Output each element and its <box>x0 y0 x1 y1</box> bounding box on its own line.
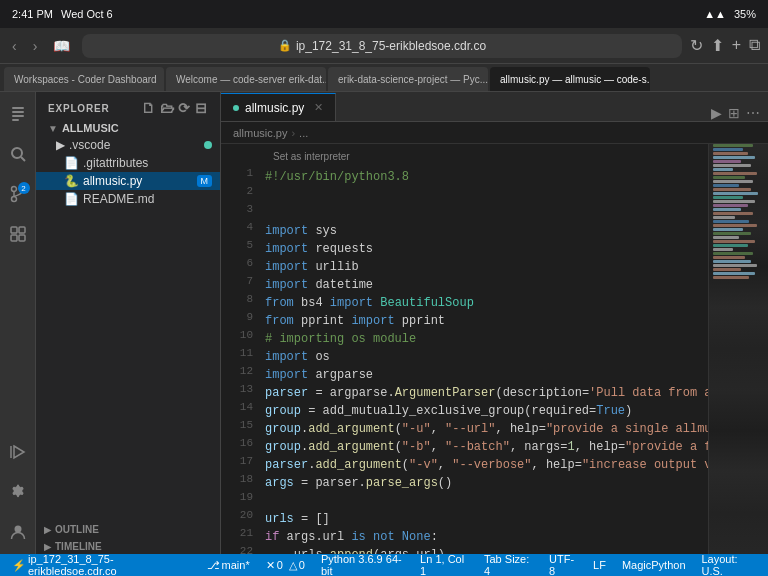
code-line-22: urls.append(args.url) <box>265 546 708 554</box>
top-bar-right: ▲▲ 35% <box>704 8 756 20</box>
code-line-7: import datetime <box>265 276 708 294</box>
encoding-label: UTF-8 <box>549 553 577 576</box>
browser-tab-1[interactable]: Workspaces - Coder Dashboard ✕ <box>4 67 164 91</box>
svg-rect-9 <box>11 227 17 233</box>
battery-display: 35% <box>734 8 756 20</box>
sidebar-header: EXPLORER 🗋 🗁 ⟳ ⊟ <box>36 92 220 120</box>
browser-tab-2[interactable]: Welcome — code-server erik-dat... ✕ <box>166 67 326 91</box>
editor-content[interactable]: . 12345 678910 1112131415 1617181920 212… <box>221 144 768 554</box>
forward-button[interactable]: › <box>29 36 42 56</box>
tree-folder-allmusic[interactable]: ▼ ALLMUSIC <box>36 120 220 136</box>
status-right: Python 3.6.9 64-bit Ln 1, Col 1 Tab Size… <box>317 553 760 576</box>
editor-tabs: allmusic.py ✕ ▶ ⊞ ⋯ <box>221 92 768 122</box>
tree-item-allmusic[interactable]: 🐍 allmusic.py M <box>36 172 220 190</box>
extra-label: MagicPython <box>622 559 686 571</box>
minimap-lines <box>713 144 765 280</box>
activity-bottom <box>4 438 32 546</box>
browser-tab-3[interactable]: erik-data-science-project — Pyc... ✕ <box>328 67 488 91</box>
reader-button[interactable]: 📖 <box>49 36 74 56</box>
share-button[interactable]: ⬆ <box>711 36 724 55</box>
new-tab-button[interactable]: + <box>732 36 741 55</box>
new-file-icon[interactable]: 🗋 <box>141 100 156 116</box>
svg-point-8 <box>11 197 16 202</box>
svg-rect-2 <box>12 115 24 117</box>
activity-run[interactable] <box>4 438 32 466</box>
timeline-label: TIMELINE <box>55 541 102 552</box>
git-icon: ⎇ <box>207 559 220 572</box>
wifi-icon: ▲▲ <box>704 8 726 20</box>
status-layout[interactable]: Layout: U.S. <box>698 553 761 576</box>
tab-dot <box>233 105 239 111</box>
svg-point-4 <box>12 148 22 158</box>
run-button[interactable]: ▶ <box>711 105 722 121</box>
activity-source-control[interactable]: 2 <box>4 180 32 208</box>
tree-item-readme[interactable]: 📄 README.md <box>36 190 220 208</box>
git-branch: main* <box>222 559 250 571</box>
back-button[interactable]: ‹ <box>8 36 21 56</box>
lock-icon: 🔒 <box>278 39 292 52</box>
code-line-10: # importing os module <box>265 330 708 348</box>
line-ending-label: LF <box>593 559 606 571</box>
outline-section[interactable]: ▶ OUTLINE <box>36 520 220 537</box>
item-label: .gitattributes <box>83 156 148 170</box>
status-errors[interactable]: ✕ 0 △ 0 <box>262 559 309 572</box>
svg-point-16 <box>14 526 21 533</box>
more-actions-button[interactable]: ⋯ <box>746 105 760 121</box>
code-line-1: #!/usr/bin/python3.8 <box>265 168 708 186</box>
outline-label: OUTLINE <box>55 524 99 535</box>
status-server[interactable]: ⚡ ip_172_31_8_75-erikbledsoe.cdr.co <box>8 553 195 576</box>
status-cursor[interactable]: Ln 1, Col 1 <box>416 553 472 576</box>
status-encoding[interactable]: UTF-8 <box>545 553 581 576</box>
browser-bar: ‹ › 📖 🔒 ip_172_31_8_75-erikbledsoe.cdr.c… <box>0 28 768 64</box>
collapse-icon[interactable]: ⊟ <box>195 100 208 116</box>
address-bar[interactable]: 🔒 ip_172_31_8_75-erikbledsoe.cdr.co <box>82 34 681 58</box>
source-control-badge: 2 <box>18 182 30 194</box>
folder-caret: ▼ <box>48 123 58 134</box>
activity-extensions[interactable] <box>4 220 32 248</box>
svg-rect-10 <box>19 227 25 233</box>
breadcrumb-root[interactable]: allmusic.py <box>233 127 287 139</box>
time-display: 2:41 PM <box>12 8 53 20</box>
browser-tab-4[interactable]: allmusic.py — allmusic — code-s... ✕ <box>490 67 650 91</box>
status-extra[interactable]: MagicPython <box>618 559 690 571</box>
editor-tab-label: allmusic.py <box>245 101 304 115</box>
sidebar-header-icons: 🗋 🗁 ⟳ ⊟ <box>141 100 208 116</box>
sidebar-title: EXPLORER <box>48 103 109 114</box>
server-icon: ⚡ <box>12 559 26 572</box>
breadcrumb-sep: › <box>291 127 295 139</box>
browser-tabs: Workspaces - Coder Dashboard ✕ Welcome —… <box>0 64 768 92</box>
minimap <box>708 144 768 554</box>
tree-item-gitattributes[interactable]: 📄 .gitattributes <box>36 154 220 172</box>
activity-settings[interactable] <box>4 478 32 506</box>
top-bar: 2:41 PM Wed Oct 6 ▲▲ 35% <box>0 0 768 28</box>
window-button[interactable]: ⧉ <box>749 36 760 55</box>
activity-search[interactable] <box>4 140 32 168</box>
tree-item-vscode[interactable]: ▶ .vscode <box>36 136 220 154</box>
split-editor-button[interactable]: ⊞ <box>728 105 740 121</box>
editor-tab-allmusic[interactable]: allmusic.py ✕ <box>221 93 336 121</box>
activity-account[interactable] <box>4 518 32 546</box>
code-editor[interactable]: Set as interpreter #!/usr/bin/python3.8 … <box>257 144 708 554</box>
breadcrumb-path[interactable]: ... <box>299 127 308 139</box>
refresh-icon[interactable]: ⟳ <box>178 100 191 116</box>
item-label: allmusic.py <box>83 174 142 188</box>
editor-tab-close[interactable]: ✕ <box>314 101 323 114</box>
tab-4-label: allmusic.py — allmusic — code-s... <box>500 74 650 85</box>
status-bar: ⚡ ip_172_31_8_75-erikbledsoe.cdr.co ⎇ ma… <box>0 554 768 576</box>
status-line-ending[interactable]: LF <box>589 559 610 571</box>
item-icon-readme: 📄 <box>64 192 79 206</box>
cursor-label: Ln 1, Col 1 <box>420 553 468 576</box>
editor-area: allmusic.py ✕ ▶ ⊞ ⋯ allmusic.py › ... . … <box>221 92 768 554</box>
main-layout: 2 <box>0 92 768 554</box>
new-folder-icon[interactable]: 🗁 <box>160 100 175 116</box>
activity-explorer[interactable] <box>4 100 32 128</box>
code-line-19 <box>265 492 708 510</box>
status-tab-size[interactable]: Tab Size: 4 <box>480 553 537 576</box>
line-numbers: . 12345 678910 1112131415 1617181920 212… <box>221 144 257 554</box>
refresh-button[interactable]: ↻ <box>690 36 703 55</box>
status-language-runtime[interactable]: Python 3.6.9 64-bit <box>317 553 408 576</box>
status-git[interactable]: ⎇ main* <box>203 559 254 572</box>
svg-point-6 <box>11 187 16 192</box>
code-line-16: group.add_argument("-b", "--batch", narg… <box>265 438 708 456</box>
timeline-section[interactable]: ▶ TIMELINE <box>36 537 220 554</box>
